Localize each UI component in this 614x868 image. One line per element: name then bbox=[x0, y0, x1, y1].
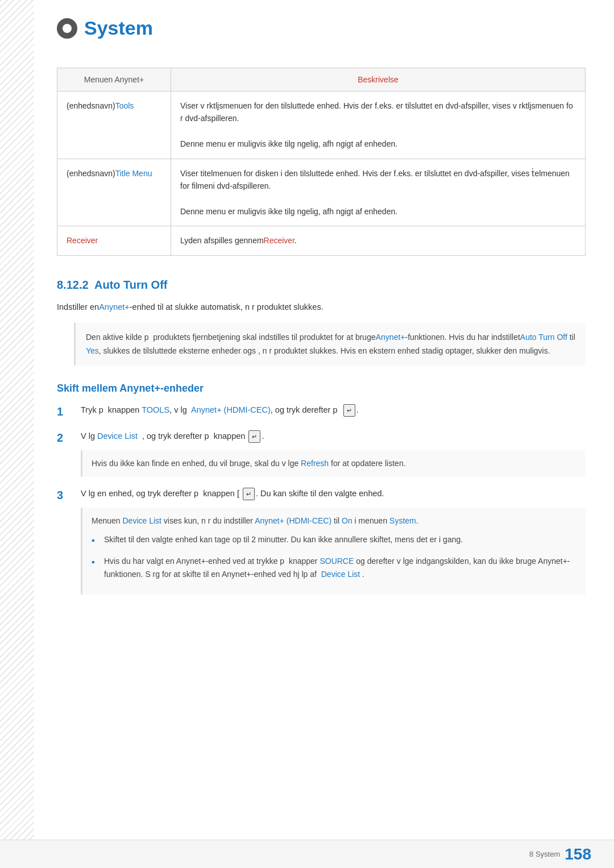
list-item: 2 V lg Device List , og tryk derefter p … bbox=[57, 430, 586, 477]
anynet-hdmi-cec-link2: Anynet+ (HDMI-CEC) bbox=[255, 516, 331, 525]
menu-highlight-titlemenu: Title Menu bbox=[115, 169, 152, 178]
desc-receiver-suffix: . bbox=[294, 236, 297, 245]
steps-list: 1 Tryk p knappen TOOLS, v lg Anynet+ (HD… bbox=[57, 404, 586, 595]
table-cell-menu-titlemenu: (enhedsnavn)Title Menu bbox=[57, 159, 171, 226]
anynet-plus-link1: Anynet+ bbox=[99, 302, 130, 312]
section-skift-title: Skift mellem Anynet+-enheder bbox=[57, 383, 204, 394]
section-812-title: Auto Turn Off bbox=[94, 279, 167, 291]
footer-section-label: 8 System bbox=[529, 850, 560, 858]
desc-receiver-prefix: Lyden afspilles gennem bbox=[180, 236, 264, 245]
step-number-2: 2 bbox=[57, 430, 75, 446]
bullet-text-2: Hvis du har valgt en Anynet+-enhed ved a… bbox=[104, 555, 576, 581]
table-header-row: Menuen Anynet+ Beskrivelse bbox=[57, 68, 586, 92]
step-2-content: V lg Device List , og tryk derefter p kn… bbox=[81, 430, 586, 477]
menu-prefix: (enhedsnavn) bbox=[67, 101, 115, 110]
table-header-col1: Menuen Anynet+ bbox=[57, 68, 171, 92]
bullet-item: ▪ Hvis du har valgt en Anynet+-enhed ved… bbox=[92, 555, 576, 581]
step-2-note: Hvis du ikke kan finde en enhed, du vil … bbox=[81, 450, 586, 477]
table-cell-desc-tools: Viser v rktljsmenuen for den tilsluttede… bbox=[171, 92, 586, 159]
section-812-note: Den aktive kilde p produktets fjernbetje… bbox=[74, 323, 586, 365]
step-3-content: V lg en enhed, og tryk derefter p knappe… bbox=[81, 487, 586, 595]
step-3-note: Menuen Device List vises kun, n r du ind… bbox=[81, 508, 586, 595]
system-link: System bbox=[389, 516, 416, 525]
list-item: 3 V lg en enhed, og tryk derefter p knap… bbox=[57, 487, 586, 595]
footer-page-number: 158 bbox=[565, 845, 591, 863]
device-list-link1: Device List bbox=[97, 431, 138, 441]
bullet-dot-2: ▪ bbox=[92, 555, 101, 570]
step-number-1: 1 bbox=[57, 404, 75, 420]
bullet-text-1: Skiftet til den valgte enhed kan tage op… bbox=[104, 533, 463, 546]
step-3-bullets: ▪ Skiftet til den valgte enhed kan tage … bbox=[92, 533, 576, 582]
refresh-link: Refresh bbox=[301, 459, 329, 468]
section-812-intro: Indstiller enAnynet+-enhed til at slukke… bbox=[57, 301, 586, 314]
device-list-link3: Device List bbox=[321, 570, 360, 579]
list-item: 1 Tryk p knappen TOOLS, v lg Anynet+ (HD… bbox=[57, 404, 586, 420]
bullet-item: ▪ Skiftet til den valgte enhed kan tage … bbox=[92, 533, 576, 548]
enter-key-icon: ↵ bbox=[343, 404, 355, 417]
table-cell-menu-receiver: Receiver bbox=[57, 226, 171, 255]
table-row: (enhedsnavn)Title Menu Viser titelmenuen… bbox=[57, 159, 586, 226]
anynet-plus-link2: Anynet+ bbox=[376, 333, 405, 342]
menu-highlight-tools: Tools bbox=[115, 101, 134, 110]
step-1-content: Tryk p knappen TOOLS, v lg Anynet+ (HDMI… bbox=[81, 404, 586, 417]
section-skift-heading: Skift mellem Anynet+-enheder bbox=[57, 383, 586, 394]
section-812-heading: 8.12.2 Auto Turn Off bbox=[57, 279, 586, 292]
desc-titlemenu-line2: Denne menu er muligvis ikke tilg ngelig,… bbox=[180, 207, 397, 216]
decorative-stripe bbox=[0, 0, 34, 868]
desc-receiver-highlight: Receiver bbox=[264, 236, 294, 245]
device-list-link2: Device List bbox=[122, 516, 161, 525]
menu-highlight-receiver: Receiver bbox=[67, 236, 98, 245]
on-link: On bbox=[342, 516, 352, 525]
page-footer: 8 System 158 bbox=[0, 840, 614, 868]
enter-key-icon-3: ↵ bbox=[243, 488, 255, 500]
desc-titlemenu-line1: Viser titelmenuen for disken i den tilsl… bbox=[180, 169, 570, 190]
table-cell-desc-titlemenu: Viser titelmenuen for disken i den tilsl… bbox=[171, 159, 586, 226]
table-cell-desc-receiver: Lyden afspilles gennemReceiver. bbox=[171, 226, 586, 255]
menu-prefix-2: (enhedsnavn) bbox=[67, 169, 115, 178]
icon-inner bbox=[63, 24, 72, 33]
tools-keyword: TOOLS bbox=[142, 405, 169, 414]
desc-tools-line1: Viser v rktljsmenuen for den tilsluttede… bbox=[180, 101, 573, 123]
enter-key-icon-2: ↵ bbox=[248, 430, 260, 443]
yes-link: Yes bbox=[86, 346, 99, 355]
auto-turn-off-link: Auto Turn Off bbox=[520, 333, 567, 342]
step-number-3: 3 bbox=[57, 487, 75, 503]
page-header: System bbox=[57, 17, 586, 45]
anynet-hdmi-cec-link1: Anynet+ (HDMI-CEC) bbox=[191, 405, 271, 414]
table-row: (enhedsnavn)Tools Viser v rktljsmenuen f… bbox=[57, 92, 586, 159]
source-link: SOURCE bbox=[320, 556, 354, 566]
desc-tools-line2: Denne menu er muligvis ikke tilg ngelig,… bbox=[180, 139, 397, 148]
table-row: Receiver Lyden afspilles gennemReceiver. bbox=[57, 226, 586, 255]
table-cell-menu-tools: (enhedsnavn)Tools bbox=[57, 92, 171, 159]
anynet-table: Menuen Anynet+ Beskrivelse (enhedsnavn)T… bbox=[57, 68, 586, 256]
section-812-number: 8.12.2 bbox=[57, 279, 89, 291]
bullet-dot-1: ▪ bbox=[92, 533, 101, 548]
page-title: System bbox=[84, 17, 153, 39]
system-icon bbox=[57, 18, 77, 39]
table-header-col2: Beskrivelse bbox=[171, 68, 586, 92]
